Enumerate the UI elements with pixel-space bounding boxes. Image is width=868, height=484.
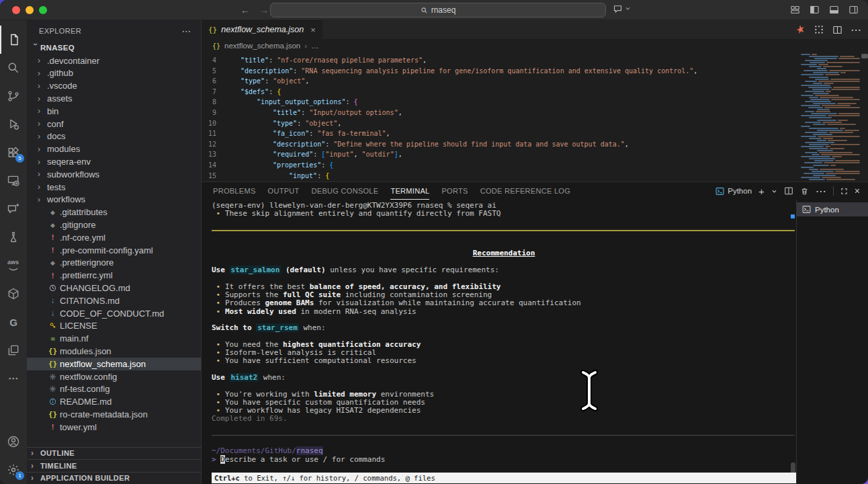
folder-assets[interactable]: ›assets xyxy=(27,92,201,105)
terminal-output[interactable]: (seqera-env) llewelyn-van-der-berg@KTW2Y… xyxy=(202,200,796,484)
file-nextflow_schema.json[interactable]: {}nextflow_schema.json xyxy=(27,358,201,370)
aws-icon[interactable]: aws xyxy=(0,251,27,280)
breadcrumb-more[interactable]: … xyxy=(311,42,319,50)
zoom-window-button[interactable] xyxy=(39,6,47,14)
maximize-panel-icon[interactable] xyxy=(840,188,848,195)
editor-scrollbar[interactable] xyxy=(861,54,868,58)
schema-tools-icon[interactable] xyxy=(814,24,824,35)
file-main.nf[interactable]: ≈main.nf xyxy=(27,332,201,345)
explorer-icon[interactable] xyxy=(0,26,27,54)
account-icon[interactable] xyxy=(0,428,27,456)
file-nf-test.config[interactable]: nf-test.config xyxy=(27,383,201,396)
terminal-dropdown-icon[interactable] xyxy=(771,188,777,194)
file-tower.yml[interactable]: !tower.yml xyxy=(27,421,201,434)
section-application-builder[interactable]: ›APPLICATION BUILDER xyxy=(27,472,201,484)
gitlens-icon[interactable]: G xyxy=(0,308,27,336)
split-terminal-icon[interactable] xyxy=(784,186,793,196)
remote-explorer-icon[interactable] xyxy=(0,167,27,195)
toggle-sidebar-icon[interactable] xyxy=(810,5,820,15)
file-.prettierignore[interactable]: ◆.prettierignore xyxy=(27,257,201,270)
search-icon[interactable] xyxy=(0,54,27,82)
customize-layout-icon[interactable] xyxy=(790,5,800,15)
panel-tab-terminal[interactable]: TERMINAL xyxy=(390,182,429,200)
folder-tests[interactable]: ›tests xyxy=(27,181,201,194)
explorer-more-actions-icon[interactable]: ⋯ xyxy=(182,26,191,36)
new-terminal-icon[interactable]: + xyxy=(758,186,765,197)
folder-workflows[interactable]: ›workflows xyxy=(27,194,201,206)
copilot-chat-button[interactable] xyxy=(613,3,631,13)
file-nextflow.config[interactable]: nextflow.config xyxy=(27,370,201,383)
breadcrumb[interactable]: {} nextflow_schema.json › … xyxy=(202,39,868,52)
minimize-window-button[interactable] xyxy=(26,6,34,14)
file-readme.md[interactable]: README.md xyxy=(27,395,201,408)
code-line-13[interactable]: 13"required": ["input", "outdir"], xyxy=(202,149,787,160)
back-arrow-icon[interactable]: ← xyxy=(241,5,250,15)
kill-terminal-icon[interactable] xyxy=(800,187,809,196)
testing-icon[interactable] xyxy=(0,223,27,251)
panel-tab-debug-console[interactable]: DEBUG CONSOLE xyxy=(312,182,379,200)
close-window-button[interactable] xyxy=(12,6,20,14)
layers-icon[interactable] xyxy=(0,336,27,364)
file-.nf-core.yml[interactable]: !.nf-core.yml xyxy=(27,231,201,244)
folder-.devcontainer[interactable]: ›.devcontainer xyxy=(27,54,201,67)
file-.pre-commit-config.yaml[interactable]: !.pre-commit-config.yaml xyxy=(27,244,201,257)
code-line-6[interactable]: 6"type": "object", xyxy=(202,76,787,87)
file-code_of_conduct.md[interactable]: ↓CODE_OF_CONDUCT.md xyxy=(27,307,201,320)
section-timeline[interactable]: ›TIMELINE xyxy=(27,459,201,472)
code-line-12[interactable]: 12"description": "Define where the pipel… xyxy=(202,139,787,150)
toggle-panel-icon[interactable] xyxy=(829,5,839,15)
folder-seqera-env[interactable]: ›seqera-env xyxy=(27,155,201,168)
editor-more-actions-icon[interactable]: ⋯ xyxy=(851,24,861,36)
file-ro-crate-metadata.json[interactable]: {}ro-crate-metadata.json xyxy=(27,408,201,421)
folder-modules[interactable]: ›modules xyxy=(27,143,201,155)
file-license[interactable]: LICENSE xyxy=(27,320,201,333)
code-line-5[interactable]: 5"description": "RNA sequencing analysis… xyxy=(202,66,787,77)
settings-icon[interactable]: 1 xyxy=(0,456,27,484)
command-center-search[interactable]: rnaseq xyxy=(270,3,606,17)
file-modules.json[interactable]: {}modules.json xyxy=(27,345,201,358)
panel-tab-ports[interactable]: PORTS xyxy=(441,182,468,200)
code-line-4[interactable]: 4"title": "nf-core/rnaseq pipeline param… xyxy=(202,55,787,66)
panel-tab-problems[interactable]: PROBLEMS xyxy=(213,182,256,200)
nf-core-extension-icon[interactable] xyxy=(795,24,806,35)
folder-conf[interactable]: ›conf xyxy=(27,118,201,130)
more-icon[interactable]: ⋯ xyxy=(0,364,27,393)
code-line-8[interactable]: 8"input_output_options": { xyxy=(202,97,787,108)
file-citations.md[interactable]: ↓CITATIONS.md xyxy=(27,294,201,307)
terminal-list-item-python[interactable]: Python xyxy=(797,202,868,216)
source-control-icon[interactable] xyxy=(0,82,27,110)
file-.gitattributes[interactable]: ◆.gitattributes xyxy=(27,206,201,218)
file-rnaseq[interactable]: ›RNASEQ xyxy=(27,42,201,54)
file-changelog.md[interactable]: CHANGELOG.md xyxy=(27,282,201,294)
terminal-profile-button[interactable]: Python xyxy=(715,187,752,196)
chat-icon[interactable] xyxy=(0,195,27,223)
breadcrumb-file[interactable]: nextflow_schema.json xyxy=(224,42,300,50)
package-icon[interactable] xyxy=(0,280,27,308)
folder-bin[interactable]: ›bin xyxy=(27,105,201,118)
code-line-10[interactable]: 10"type": "object", xyxy=(202,118,787,129)
extensions-icon[interactable]: 5 xyxy=(0,138,27,167)
minimap[interactable] xyxy=(795,54,860,181)
close-panel-icon[interactable]: × xyxy=(855,186,860,196)
folder-docs[interactable]: ›docs xyxy=(27,130,201,143)
folder-subworkflows[interactable]: ›subworkflows xyxy=(27,168,201,181)
file-.gitignore[interactable]: ◆.gitignore xyxy=(27,218,201,231)
code-line-11[interactable]: 11"fa_icon": "fas fa-terminal", xyxy=(202,128,787,139)
code-line-14[interactable]: 14"properties": { xyxy=(202,160,787,171)
toggle-secondary-sidebar-icon[interactable] xyxy=(849,5,859,15)
folder-.github[interactable]: ›.github xyxy=(27,67,201,80)
panel-more-actions-icon[interactable]: ⋯ xyxy=(816,185,826,198)
code-line-9[interactable]: 9"title": "Input/output options", xyxy=(202,108,787,118)
tab-nextflow-schema[interactable]: {} nextflow_schema.json × xyxy=(202,20,322,39)
code-line-15[interactable]: 15"input": { xyxy=(202,171,787,182)
split-editor-icon[interactable] xyxy=(832,25,842,35)
panel-tab-output[interactable]: OUTPUT xyxy=(268,182,300,200)
close-tab-icon[interactable]: × xyxy=(310,25,316,35)
forward-arrow-icon[interactable]: → xyxy=(259,5,269,15)
code-line-7[interactable]: 7"$defs": { xyxy=(202,87,787,97)
code-editor[interactable]: 4"title": "nf-core/rnaseq pipeline param… xyxy=(202,52,868,182)
file-.prettierrc.yml[interactable]: !.prettierrc.yml xyxy=(27,269,201,282)
section-outline[interactable]: ›OUTLINE xyxy=(27,447,201,460)
folder-.vscode[interactable]: ›.vscode xyxy=(27,79,201,92)
panel-tab-code-reference-log[interactable]: CODE REFERENCE LOG xyxy=(480,182,570,200)
